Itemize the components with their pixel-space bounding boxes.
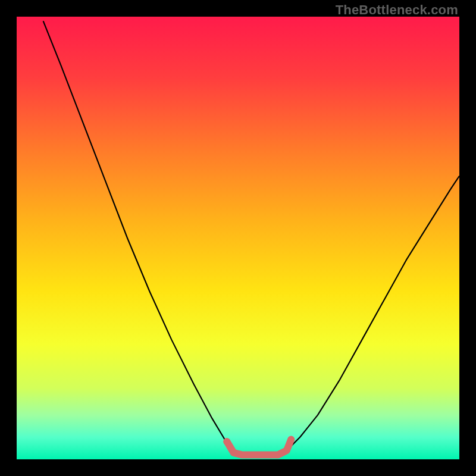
- chart-frame: [17, 17, 459, 459]
- optimal-start-dot: [223, 438, 230, 445]
- optimal-end-tick: [289, 437, 293, 442]
- bottleneck-chart: [17, 17, 459, 459]
- gradient-background: [17, 17, 459, 459]
- watermark-text: TheBottleneck.com: [336, 2, 458, 18]
